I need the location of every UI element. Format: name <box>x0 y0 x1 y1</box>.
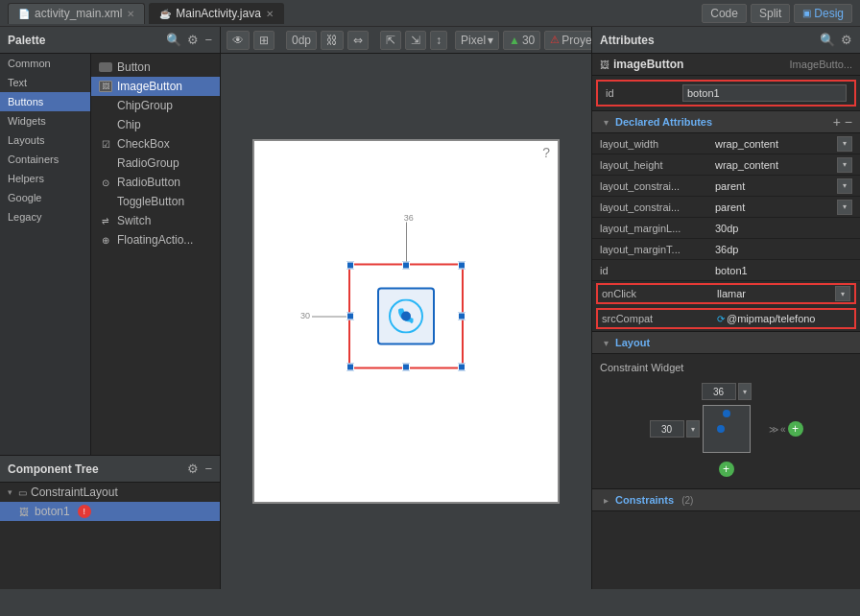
palette-item-button[interactable]: Button <box>91 58 220 77</box>
canvas-toolbar-project-btn[interactable]: ⚠ Proyecto007 <box>544 31 591 50</box>
palette-item-switch[interactable]: ⇌ Switch <box>91 211 220 230</box>
attr-row-onclick[interactable]: onClick llamar ▾ <box>596 283 856 304</box>
tab-java-close[interactable]: ✕ <box>266 9 274 19</box>
component-tree-settings-icon[interactable]: ⚙ <box>187 462 199 476</box>
attr-row-constraint-2[interactable]: layout_constrai... parent ▾ <box>592 197 860 218</box>
palette-item-fab[interactable]: ⊕ FloatingActio... <box>91 230 220 249</box>
constraint-right-area: ≫ « + <box>769 421 803 437</box>
guidelines-icon: ↕ <box>436 34 442 47</box>
palette-category-google[interactable]: Google <box>0 188 90 207</box>
attributes-search-icon[interactable]: 🔍 <box>820 33 835 47</box>
palette-category-common[interactable]: Common <box>0 54 90 73</box>
constraint-size-top-dropdown[interactable]: ▾ <box>738 383 752 400</box>
widget-icon: 🖼 <box>600 59 609 70</box>
add-attr-btn[interactable]: + <box>833 114 841 130</box>
canvas-toolbar-distribute-btn[interactable]: ⇲ <box>405 31 426 50</box>
constraint-2-dropdown[interactable]: ▾ <box>837 200 852 215</box>
attr-row-margin-top[interactable]: layout_marginT... 36dp <box>592 239 860 260</box>
layout-expand-icon[interactable]: ▾ <box>600 337 611 348</box>
canvas-area[interactable]: 30 36 ? <box>221 54 591 589</box>
handle-br <box>458 364 466 371</box>
attr-row-layout-height[interactable]: layout_height wrap_content ▾ <box>592 154 860 176</box>
attr-row-constraint-1[interactable]: layout_constrai... parent ▾ <box>592 176 860 197</box>
canvas-info-icon[interactable]: ? <box>542 145 550 160</box>
attr-row-id[interactable]: id boton1 <box>592 260 860 281</box>
left-constraint-dot <box>717 425 725 433</box>
canvas-toolbar-align-btn[interactable]: ⇱ <box>380 31 401 50</box>
palette-minimize-icon[interactable]: − <box>204 33 212 47</box>
palette-search-icon[interactable]: 🔍 <box>166 33 181 47</box>
palette-items: Button 🖼 ImageButton ChipGroup Chip <box>91 54 220 455</box>
zoom-icon: ▲ <box>509 34 520 47</box>
attr-id-input[interactable] <box>682 84 847 102</box>
palette-item-chipgroup[interactable]: ChipGroup <box>91 96 220 115</box>
canvas-toolbar-zoom-btn[interactable]: ▲ 30 <box>503 31 540 50</box>
canvas-toolbar-blueprint-btn[interactable]: ⊞ <box>253 31 275 50</box>
tree-constraintlayout-label: ConstraintLayout <box>31 486 118 499</box>
attributes-settings-icon[interactable]: ⚙ <box>841 33 852 47</box>
palette-item-togglebutton[interactable]: ToggleButton <box>91 192 220 211</box>
handle-bm <box>402 364 410 371</box>
tab-xml[interactable]: 📄 activity_main.xml ✕ <box>8 3 145 24</box>
palette-category-containers[interactable]: Containers <box>0 150 90 169</box>
attr-row-srccompat[interactable]: srcCompat ⟳ @mipmap/telefono <box>596 308 856 329</box>
checkbox-icon: ☑ <box>99 137 112 151</box>
constraint-size-left-dropdown[interactable]: ▾ <box>686 420 700 438</box>
palette-category-buttons[interactable]: Buttons <box>0 92 90 111</box>
component-tree-header: Component Tree ⚙ − <box>0 456 220 483</box>
attr-name-margin-left: layout_marginL... <box>600 223 715 234</box>
canvas-toolbar-format-btn[interactable]: ⇔ <box>347 31 369 50</box>
design-btn[interactable]: ▣ Desig <box>794 4 852 23</box>
layout-width-dropdown[interactable]: ▾ <box>837 136 852 152</box>
add-constraint-bottom-btn[interactable]: + <box>719 462 734 477</box>
constraint-size-left: ▾ <box>650 420 700 438</box>
tree-item-constraintlayout[interactable]: ▾ ▭ ConstraintLayout <box>0 483 220 502</box>
attr-name-layout-width: layout_width <box>600 138 715 150</box>
split-btn-label: Split <box>759 7 781 20</box>
palette-category-helpers[interactable]: Helpers <box>0 169 90 188</box>
constraints-section-title: Constraints <box>615 494 674 506</box>
palette-settings-icon[interactable]: ⚙ <box>187 33 199 47</box>
component-tree-minimize-icon[interactable]: − <box>204 462 212 476</box>
xml-icon: 📄 <box>18 9 30 19</box>
handle-ml <box>346 313 354 320</box>
palette-item-imagebutton[interactable]: 🖼 ImageButton <box>91 77 220 96</box>
palette-category-legacy[interactable]: Legacy <box>0 207 90 226</box>
title-bar: 📄 activity_main.xml ✕ ☕ MainActivity.jav… <box>0 0 860 27</box>
canvas-toolbar-constraint-btn[interactable]: ⛓ <box>321 31 344 50</box>
palette-item-radiobutton[interactable]: ⊙ RadioButton <box>91 173 220 192</box>
code-btn[interactable]: Code <box>702 4 747 23</box>
attr-row-margin-left[interactable]: layout_marginL... 30dp <box>592 218 860 239</box>
widget-type: ImageButto... <box>790 59 852 70</box>
constraint-1-dropdown[interactable]: ▾ <box>837 178 852 194</box>
remove-attr-btn[interactable]: − <box>845 114 852 130</box>
attr-row-layout-width[interactable]: layout_width wrap_content ▾ <box>592 133 860 154</box>
center-dot <box>401 312 411 321</box>
declared-attrs-expand-icon[interactable]: ▾ <box>600 116 611 128</box>
tab-xml-close[interactable]: ✕ <box>127 9 134 19</box>
palette-item-checkbox[interactable]: ☑ CheckBox <box>91 134 220 154</box>
constraint-size-left-input[interactable] <box>650 420 684 438</box>
canvas-panel: 👁 ⊞ 0dp ⛓ ⇔ ⇱ ⇲ ↕ <box>221 27 591 589</box>
add-constraint-right-btn[interactable]: + <box>788 421 803 437</box>
split-btn[interactable]: Split <box>751 4 790 23</box>
constraints-section-header: ▸ Constraints (2) <box>592 488 860 511</box>
margin-line-top <box>406 223 407 262</box>
palette-category-text[interactable]: Text <box>0 73 90 92</box>
canvas-toolbar-margin-btn[interactable]: 0dp <box>286 31 317 50</box>
tree-item-boton1[interactable]: 🖼 boton1 ! <box>0 502 220 521</box>
layout-height-dropdown[interactable]: ▾ <box>837 157 852 173</box>
palette-category-layouts[interactable]: Layouts <box>0 130 90 150</box>
canvas-toolbar-view-btn[interactable]: 👁 <box>227 31 250 50</box>
onclick-dropdown[interactable]: ▾ <box>835 286 850 301</box>
constraint-size-top-input[interactable] <box>702 383 736 400</box>
palette-item-chip[interactable]: Chip <box>91 115 220 134</box>
attr-value-layout-width: wrap_content <box>715 138 835 150</box>
canvas-toolbar-pixel-btn[interactable]: Pixel <box>455 31 499 50</box>
canvas-toolbar-guidelines-btn[interactable]: ↕ <box>430 31 447 50</box>
palette-item-radiogroup[interactable]: RadioGroup <box>91 154 220 173</box>
constraints-expand-icon[interactable]: ▸ <box>600 494 611 506</box>
palette-category-widgets[interactable]: Widgets <box>0 111 90 130</box>
constraint-size-top: ▾ <box>702 383 752 400</box>
tab-java[interactable]: ☕ MainActivity.java ✕ <box>149 3 283 24</box>
